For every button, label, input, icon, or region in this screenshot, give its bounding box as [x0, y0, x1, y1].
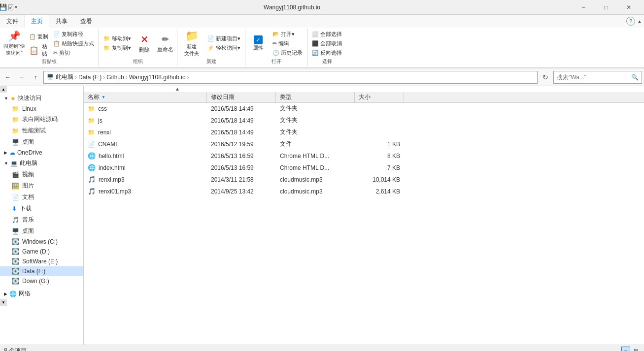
delete-button[interactable]: ✕ 删除 [135, 30, 154, 57]
sidebar-item-video[interactable]: 🎬 视频 [0, 169, 83, 180]
renxi01-mp3-date: 2014/9/25 13:42 [211, 188, 254, 195]
view-large-icon-button[interactable]: ⊞ [631, 347, 640, 351]
sidebar-item-linux[interactable]: 📁 Linux [0, 104, 83, 114]
pin-to-quick-access-button[interactable]: 📌 固定到"快速访问" [2, 30, 27, 57]
drive-e-label: SoftWare (E:) [22, 258, 58, 265]
copy-path-button[interactable]: 📄 复制路径 [51, 30, 97, 38]
up-button[interactable]: ↑ [30, 71, 41, 83]
sidebar-item-documents[interactable]: 📄 文档 [0, 191, 83, 203]
minimize-button[interactable]: − [572, 0, 595, 15]
address-path[interactable]: 🖥️ 此电脑 › Data (F:) › Github › Wangyj1108… [43, 71, 538, 84]
maximize-button[interactable]: □ [595, 0, 617, 15]
properties-icon: ✓ [254, 35, 263, 44]
deselect-all-button[interactable]: ⬛ 全部取消 [309, 39, 344, 48]
refresh-button[interactable]: ↻ [540, 71, 551, 84]
sidebar-item-downloads[interactable]: ⬇ 下载 [0, 203, 83, 214]
title-bar-icons: 💾 ↙ ▾ [4, 3, 12, 11]
new-label: 新建 [179, 57, 243, 65]
paste-button[interactable]: 📋 粘贴 [28, 44, 50, 57]
copy-button[interactable]: 📋 复制 [28, 30, 50, 43]
search-input[interactable] [557, 74, 631, 81]
sidebar-onedrive-header[interactable]: ▶ ☁ OneDrive [0, 148, 83, 158]
sidebar-drive-f[interactable]: 💽 Data (F:) [0, 266, 83, 276]
sidebar-drive-e[interactable]: 💽 SoftWare (E:) [0, 256, 83, 266]
tab-file[interactable]: 文件 [0, 15, 25, 28]
file-row-renxi01-mp3[interactable]: 🎵 renxi01.mp3 2014/9/25 13:42 cloudmusic… [84, 186, 644, 197]
breadcrumb-github[interactable]: Github [106, 74, 124, 81]
sidebar-item-baibai[interactable]: 📁 表白网站源码 [0, 114, 83, 125]
file-row-renxi-mp3[interactable]: 🎵 renxi.mp3 2014/3/11 21:58 cloudmusic.m… [84, 174, 644, 186]
easy-access-button[interactable]: ⚡ 轻松访问▾ [205, 44, 243, 53]
quick-access-toolbar[interactable]: 💾 ↙ ▾ [4, 3, 12, 11]
new-item-button[interactable]: 📄 新建项目▾ [205, 34, 243, 43]
tab-share[interactable]: 共享 [49, 15, 74, 28]
sidebar-network-header[interactable]: ▶ 🌐 网络 [0, 288, 83, 299]
drive-c-label: Windows (C:) [22, 238, 58, 245]
select-all-button[interactable]: ⬜ 全部选择 [309, 30, 344, 38]
col-header-name[interactable]: 名称 ▼ [84, 92, 207, 102]
quick-access-label: 快速访问 [18, 94, 41, 102]
cname-name: CNAME [98, 141, 119, 148]
history-label: 历史记录 [281, 49, 303, 57]
sidebar-drive-g[interactable]: 💽 Down (G:) [0, 276, 83, 286]
paste-shortcut-icon: 📋 [53, 40, 60, 47]
renxi-mp3-date: 2014/3/11 21:58 [211, 176, 254, 183]
sidebar-quick-access-header[interactable]: ▼ ★ 快速访问 [0, 93, 83, 104]
breadcrumb-repo[interactable]: Wangyj1108.github.io [129, 74, 186, 81]
file-row-index[interactable]: 🌐 index.html 2016/5/13 16:59 Chrome HTML… [84, 162, 644, 174]
copy-to-button[interactable]: 📁 复制到▾ [101, 44, 134, 53]
move-to-button[interactable]: 📁 移动到▾ [101, 34, 134, 43]
file-row-css[interactable]: 📁css 2016/5/18 14:49 文件夹 [84, 103, 644, 115]
file-row-hello[interactable]: 🌐 hello.html 2016/5/13 16:59 Chrome HTML… [84, 150, 644, 162]
file-row-cname[interactable]: 📄CNAME 2016/5/12 19:59 文件 1 KB [84, 138, 644, 150]
view-buttons: ≡ ⊞ [621, 347, 640, 351]
sidebar-item-perf[interactable]: 📁 性能测试 [0, 125, 83, 136]
history-icon: 🕐 [272, 50, 279, 56]
forward-button[interactable]: → [16, 71, 28, 83]
cut-button[interactable]: ✂ 剪切 [51, 48, 97, 57]
sidebar-thispc-header[interactable]: ▼ 💻 此电脑 [0, 158, 83, 169]
sort-up-arrow: ▲ [175, 86, 180, 92]
sidebar-drive-d[interactable]: 💽 Game (D:) [0, 247, 83, 256]
renxi01-mp3-icon: 🎵 [88, 188, 96, 195]
file-row-js[interactable]: 📁js 2016/5/18 14:49 文件夹 [84, 115, 644, 127]
index-size: 7 KB [387, 164, 400, 171]
file-row-renxi[interactable]: 📁renxi 2016/5/18 14:49 文件夹 [84, 127, 644, 138]
open-button[interactable]: 📂 打开▾ [270, 30, 305, 38]
edit-button[interactable]: ✏ 编辑 [270, 39, 305, 48]
sidebar-item-desktop[interactable]: 🖥️ 桌面 [0, 136, 83, 148]
pin-icon: 📌 [8, 30, 21, 42]
invert-selection-button[interactable]: 🔄 反向选择 [309, 48, 344, 57]
col-header-date[interactable]: 修改日期 [207, 92, 276, 102]
select-label: 选择 [309, 57, 344, 65]
rename-button[interactable]: ✏ 重命名 [155, 30, 175, 57]
sidebar-item-desktop2[interactable]: 🖥️ 桌面 [0, 225, 83, 237]
ribbon-collapse-icon[interactable]: ▲ [637, 19, 642, 24]
network-icon: 🌐 [9, 290, 17, 297]
sidebar-item-music[interactable]: 🎵 音乐 [0, 214, 83, 225]
tab-home[interactable]: 主页 [25, 15, 49, 28]
close-button[interactable]: ✕ [617, 0, 640, 15]
sidebar-item-pictures[interactable]: 🖼️ 图片 [0, 180, 83, 191]
view-detail-button[interactable]: ≡ [621, 347, 630, 351]
sort-indicator-row: ▲ [84, 86, 644, 92]
new-folder-button[interactable]: 📁 新建文件夹 [179, 30, 204, 57]
index-name: index.html [99, 164, 126, 171]
history-button[interactable]: 🕐 历史记录 [270, 48, 305, 57]
paste-shortcut-button[interactable]: 📋 粘贴快捷方式 [51, 39, 97, 48]
breadcrumb-thispc[interactable]: 此电脑 [56, 73, 73, 81]
breadcrumb-dataf[interactable]: Data (F:) [78, 74, 102, 81]
ribbon-group-new: 📁 新建文件夹 📄 新建项目▾ ⚡ 轻松访问▾ 新建 [177, 29, 245, 66]
properties-button[interactable]: ✓ 属性 [247, 30, 269, 57]
help-icon[interactable]: ? [626, 17, 635, 26]
col-header-type[interactable]: 类型 [276, 92, 355, 102]
back-button[interactable]: ← [2, 71, 14, 83]
search-box[interactable]: 🔍 [553, 71, 642, 84]
tab-view[interactable]: 查看 [74, 15, 99, 28]
sidebar-scroll-up[interactable]: ▲ [0, 86, 7, 93]
thispc-label: 此电脑 [20, 159, 37, 167]
col-header-size[interactable]: 大小 [355, 92, 404, 102]
ribbon-tabs: 文件 主页 共享 查看 ? ▲ [0, 15, 644, 28]
sidebar-scroll-down[interactable]: ▼ [0, 299, 7, 306]
sidebar-drive-c[interactable]: 💽 Windows (C:) [0, 237, 83, 247]
